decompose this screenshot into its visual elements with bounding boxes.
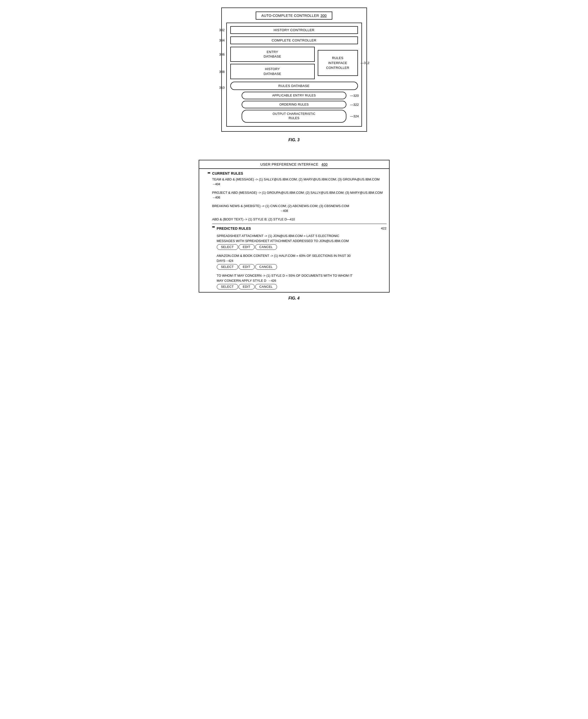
fig4-header: USER PREFERENCE INTERFACE 400 (199, 160, 389, 169)
label-406: →406 (212, 196, 220, 199)
pred-rule-2: AMAZON.COM & BOOK CONTENT -> (1) HALF.CO… (217, 253, 386, 263)
predicted-rules-outer: PREDICTED RULES 422 SPREADSHEET ATTACHME… (212, 226, 386, 292)
pred-rule-2-edit-button[interactable]: EDIT (238, 264, 255, 270)
current-rules-section: CURRENT RULES TEAM & ABD & (MESSAGE) -> … (212, 171, 386, 222)
rule-2: PROJECT & ABD (MESSAGE) -> (1) GROUPA@US… (212, 190, 386, 200)
rules-interface-controller-box: RULESINTERFACECONTROLLER (318, 50, 358, 76)
pred-rule-3-edit-button[interactable]: EDIT (238, 284, 255, 289)
fig3-caption: FIG. 3 (288, 138, 299, 142)
label-304: 304 (219, 38, 225, 42)
pred-rule-3-cancel-button[interactable]: CANCEL (255, 284, 277, 289)
label-424: →424 (225, 259, 233, 263)
current-rules-title: CURRENT RULES (212, 171, 386, 176)
rule-3: BREAKING NEWS & (WEBSITE) -> (1) CNN.COM… (212, 204, 386, 213)
section-divider (212, 224, 386, 224)
pred-rule-1-select-button[interactable]: SELECT (217, 244, 238, 250)
fig4-caption: FIG. 4 (288, 296, 299, 301)
entry-database-box: ENTRYDATABASE (230, 47, 315, 62)
label-308: 308 (219, 69, 225, 74)
ordering-rules-box: ORDERING RULES (241, 101, 346, 108)
label-324: —324 (350, 114, 359, 118)
pred-rule-2-select-button[interactable]: SELECT (217, 264, 238, 270)
label-306: 306 (219, 53, 225, 56)
complete-controller-box: COMPLETE CONTROLLER (230, 37, 358, 44)
pred-rule-1-edit-button[interactable]: EDIT (238, 244, 255, 250)
applicable-entry-rules-box: APPLICABLE ENTRY RULES (241, 92, 346, 99)
label-410: —410 (287, 218, 295, 221)
label-408: →408 (212, 209, 288, 212)
label-302: 302 (219, 28, 225, 32)
output-characteristic-rules-box: OUTPUT CHARACTERISTICRULES (241, 110, 346, 123)
fig4-main-box: USER PREFERENCE INTERFACE 400 (199, 160, 390, 293)
fig4-title: USER PREFERENCE INTERFACE (260, 162, 318, 166)
rule-1: TEAM & ABD & (MESSAGE) -> (1) SALLY@US.I… (212, 177, 386, 187)
history-database-box: HISTORYDATABASE (230, 64, 315, 79)
fig4-title-num: 400 (321, 162, 328, 166)
pred-rule-3: TO WHOM IT MAY CONCERN -> (1) STYLE D = … (217, 273, 386, 283)
predicted-rules-title: PREDICTED RULES (217, 226, 251, 230)
pred-rule-1-buttons: SELECT EDIT CANCEL (217, 244, 386, 250)
rule-4: ABD & (BODY TEXT) -> (1) STYLE B; (2) ST… (212, 217, 386, 222)
label-310: 310 (219, 86, 225, 89)
fig3-diagram: AUTO-COMPLETE CONTROLLER 300 302 HISTORY… (186, 7, 402, 150)
pred-rule-1-cancel-button[interactable]: CANCEL (255, 244, 277, 250)
auto-complete-controller-box: AUTO-COMPLETE CONTROLLER 300 (256, 12, 332, 20)
label-404: →404 (212, 182, 220, 186)
auto-complete-title: AUTO-COMPLETE CONTROLLER (261, 14, 319, 18)
label-312: —312 (361, 61, 370, 65)
pred-rule-2-cancel-button[interactable]: CANCEL (255, 264, 277, 270)
pred-rule-1: SPREADSHEET ATTACHMENT -> (1) JON@US.IBM… (217, 233, 386, 243)
pred-rule-3-buttons: SELECT EDIT CANCEL (217, 284, 386, 289)
pred-rule-3-select-button[interactable]: SELECT (217, 284, 238, 289)
label-322: —322 (350, 103, 359, 106)
label-426: →426 (267, 279, 276, 283)
label-422: 422 (381, 226, 386, 230)
auto-complete-num: 300 (320, 14, 327, 18)
history-controller-box: HISTORY CONTROLLER (230, 26, 358, 34)
label-320: —320 (350, 94, 359, 97)
fig4-diagram: USER PREFERENCE INTERFACE 400 (186, 160, 402, 308)
rules-database-box: RULES DATABASE (230, 82, 358, 90)
pred-rule-2-buttons: SELECT EDIT CANCEL (217, 264, 386, 270)
